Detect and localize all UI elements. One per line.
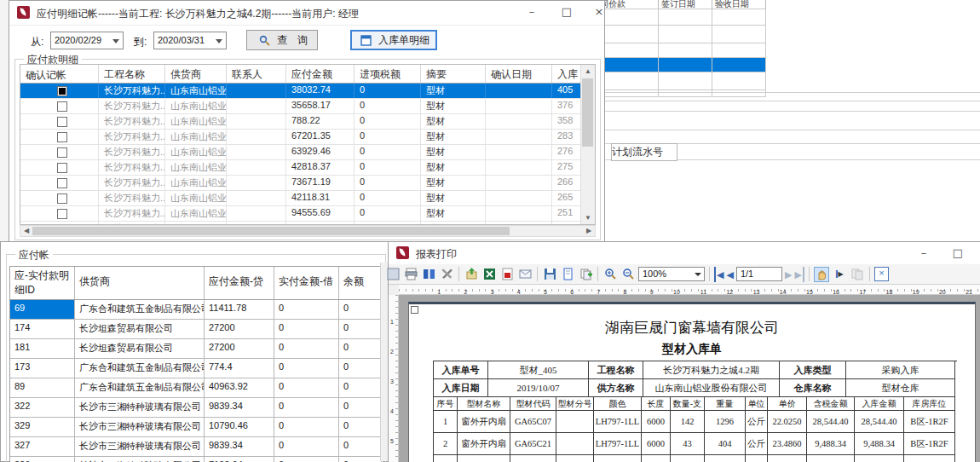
confirm-checkbox[interactable] [57, 86, 67, 96]
prev-page-icon[interactable]: ◀ [726, 267, 733, 282]
first-page-icon[interactable]: ◀ [714, 267, 723, 282]
confirm-checkbox[interactable] [57, 178, 67, 188]
export-icon[interactable] [464, 267, 479, 282]
detail-id-cell[interactable]: 89 [10, 378, 75, 397]
close-button[interactable]: × [588, 3, 610, 21]
confirm-checkbox[interactable] [57, 209, 67, 219]
page-icon[interactable] [560, 267, 575, 282]
last-page-icon[interactable]: ▶ [794, 267, 804, 282]
confirm-checkbox[interactable] [57, 163, 67, 173]
scroll-down-icon[interactable]: ▼ [581, 211, 595, 224]
selection-handle[interactable] [411, 306, 418, 314]
detail-id-cell[interactable]: 181 [10, 339, 75, 358]
column-header[interactable]: 摘要 [421, 65, 486, 83]
to-date-combo[interactable]: 2020/03/31 [153, 32, 227, 49]
table-row[interactable]: 长沙万科魅力... 山东南山铝业... 67201.35 0 型材 283 [20, 130, 595, 145]
table-row[interactable] [597, 90, 766, 97]
detail-id-cell[interactable]: 327 [10, 437, 75, 456]
table-row[interactable]: 322 长沙市三湘特种玻璃有限公司 9839.34 0 0 [10, 398, 383, 418]
table-row[interactable]: 长沙万科魅力... 山东南山铝业... 38032.74 0 型材 405 [20, 84, 595, 99]
excel-export-icon[interactable] [481, 267, 497, 282]
detail-id-cell[interactable]: 173 [10, 359, 75, 378]
table-row[interactable]: 173 广东合和建筑五金制品有限公司 774.4 0 0 [10, 359, 383, 378]
copy-icon[interactable] [850, 267, 865, 282]
titlebar[interactable]: 报表打印 – □ × [389, 242, 980, 265]
column-header[interactable]: 余额 [339, 267, 382, 299]
horizontal-scrollbar[interactable]: ◀ ▶ [20, 225, 596, 237]
panel-icon[interactable] [385, 267, 401, 282]
detail-id-cell[interactable]: 329 [10, 418, 75, 436]
table-row[interactable] [597, 9, 766, 25]
next-page-icon[interactable]: ▶ [785, 267, 792, 282]
minimize-button[interactable]: – [521, 3, 543, 21]
table-row[interactable]: 长沙万科魅力... 山东南山铝业... 73671.19 0 型材 266 [20, 176, 595, 191]
table-row[interactable]: 长沙万科魅力... 山东南山铝业... 788.22 0 型材 358 [20, 114, 595, 130]
multi-page-icon[interactable] [578, 267, 593, 282]
scrollbar-thumb[interactable] [32, 227, 510, 235]
detail-id-cell[interactable]: 322 [10, 398, 75, 417]
table-row[interactable] [597, 72, 766, 90]
table-row[interactable]: 长沙万科魅力... 山东南山铝业... 35658.17 0 型材 376 [20, 99, 595, 114]
column-header[interactable]: 入库 [552, 65, 583, 83]
maximize-button[interactable]: □ [556, 3, 578, 21]
email-icon[interactable] [517, 267, 533, 282]
close-button[interactable]: × [977, 244, 980, 263]
print-icon[interactable] [403, 267, 418, 282]
table-row[interactable] [597, 43, 766, 57]
hand-tool-icon[interactable] [814, 267, 829, 282]
column-header[interactable]: 供货商 [165, 65, 227, 83]
scroll-up-icon[interactable]: ▲ [581, 65, 595, 78]
chevron-down-icon[interactable] [112, 39, 119, 43]
detail-id-cell[interactable]: 326 [10, 457, 75, 462]
close-preview-icon[interactable]: × [874, 267, 889, 281]
confirm-checkbox[interactable] [57, 132, 67, 142]
table-row-selected[interactable] [597, 57, 766, 72]
chevron-down-icon[interactable] [695, 273, 701, 276]
scroll-left-icon[interactable]: ◀ [20, 226, 32, 236]
report-preview-area[interactable]: 湖南巨晟门窗幕墙有限公司 型材入库单 入库单号 型材_405 工程名称 长沙万科… [399, 295, 980, 462]
column-header[interactable]: 工程名称 [99, 65, 165, 83]
table-row[interactable]: 89 广东合和建筑五金制品有限公司 40963.92 0 0 [10, 378, 383, 398]
confirm-checkbox[interactable] [57, 101, 67, 112]
pdf-export-icon[interactable] [499, 267, 515, 282]
column-header[interactable]: 应付金额 [286, 65, 355, 83]
table-row[interactable]: 长沙万科魅力... 山东南山铝业... 42818.37 0 型材 275 [20, 160, 595, 176]
zoom-out-icon[interactable] [620, 267, 636, 282]
zoom-in-icon[interactable] [602, 267, 618, 282]
maximize-button[interactable]: □ [947, 244, 969, 263]
query-button[interactable]: 查 询 [246, 30, 318, 50]
column-header[interactable]: 确认记帐 [20, 65, 99, 83]
column-header[interactable]: 供货商 [75, 267, 205, 299]
from-date-combo[interactable]: 2020/02/29 [50, 32, 124, 49]
column-header[interactable]: 联系人 [227, 65, 286, 83]
detail-id-cell[interactable]: 174 [10, 320, 75, 338]
table-row[interactable]: 174 长沙坦森贸易有限公司 27200 0 0 [10, 320, 383, 339]
table-row[interactable]: 长沙万科魅力... 山东南山铝业... 94555.69 0 型材 251 [20, 206, 595, 222]
scrollbar-thumb[interactable] [582, 78, 593, 147]
minimize-button[interactable]: – [913, 244, 935, 263]
save-icon[interactable] [542, 267, 557, 282]
chevron-down-icon[interactable] [216, 39, 222, 43]
table-row[interactable]: 长沙万科魅力... 山东南山铝业... 63929.46 0 型材 276 [20, 145, 595, 160]
vertical-scrollbar[interactable]: ▲ ▼ [580, 65, 595, 224]
table-row[interactable] [597, 25, 766, 43]
titlebar[interactable]: 应付明细记帐------当前工程: 长沙万科魅力之城4.2期------当前用户… [9, 1, 604, 26]
column-header[interactable]: 实付金额-借 [274, 267, 339, 299]
book-icon[interactable] [421, 267, 436, 282]
page-indicator-input[interactable]: 1/1 [736, 267, 782, 281]
tools-icon[interactable] [439, 267, 454, 282]
confirm-checkbox[interactable] [57, 147, 67, 158]
table-row[interactable]: 327 长沙市三湘特种玻璃有限公司 9839.34 0 0 [10, 437, 383, 457]
table-row[interactable]: 181 长沙坦森贸易有限公司 27200 0 0 [10, 339, 383, 359]
confirm-checkbox[interactable] [57, 117, 67, 127]
table-row[interactable]: 69 广东合和建筑五金制品有限公司 11411.78 0 0 [10, 300, 383, 320]
text-select-icon[interactable]: I▶ [832, 267, 847, 282]
scroll-right-icon[interactable]: ▶ [583, 226, 595, 236]
zoom-level-combo[interactable]: 100% [638, 267, 705, 281]
table-row[interactable]: 长沙万科魅力... 山东南山铝业... 42118.31 0 型材 265 [20, 191, 595, 206]
column-header[interactable]: 应付金额-贷 [205, 267, 274, 299]
confirm-checkbox[interactable] [57, 193, 67, 204]
column-header[interactable]: 应-实付款明细ID [10, 267, 75, 299]
detail-id-cell[interactable]: 69 [10, 300, 75, 319]
inbound-detail-button[interactable]: 入库单明细 [350, 30, 437, 50]
